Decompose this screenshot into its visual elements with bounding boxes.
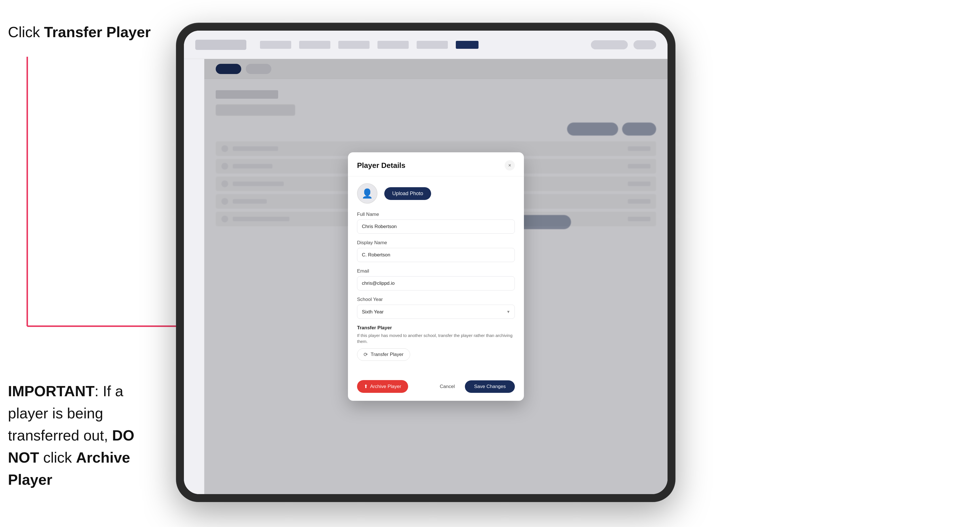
upload-photo-button[interactable]: Upload Photo bbox=[384, 187, 431, 200]
nav-item-dashboard[interactable] bbox=[260, 41, 291, 49]
save-changes-button[interactable]: Save Changes bbox=[465, 380, 515, 393]
email-field-group: Email bbox=[357, 268, 515, 290]
tablet-device: Player Details × 👤 Upload Photo bbox=[176, 23, 676, 502]
school-year-label: School Year bbox=[357, 297, 515, 302]
app-header bbox=[184, 31, 668, 59]
display-name-input[interactable] bbox=[357, 248, 515, 262]
tablet-screen: Player Details × 👤 Upload Photo bbox=[184, 31, 668, 494]
transfer-player-button[interactable]: ⟳ Transfer Player bbox=[357, 348, 410, 361]
email-label: Email bbox=[357, 268, 515, 274]
player-details-modal: Player Details × 👤 Upload Photo bbox=[348, 152, 524, 401]
modal-title: Player Details bbox=[357, 161, 406, 170]
instruction-prefix: Click bbox=[8, 24, 44, 40]
nav-item-seasons[interactable] bbox=[377, 41, 409, 49]
app-logo bbox=[195, 40, 247, 50]
instruction-bottom: IMPORTANT: If a player is being transfer… bbox=[8, 380, 167, 491]
school-year-select[interactable]: First Year Second Year Third Year Fourth… bbox=[357, 305, 515, 319]
school-year-select-wrapper: First Year Second Year Third Year Fourth… bbox=[357, 305, 515, 319]
archive-player-button[interactable]: ⬆ Archive Player bbox=[357, 380, 408, 393]
transfer-button-label: Transfer Player bbox=[371, 352, 404, 357]
nav-item-coaches[interactable] bbox=[299, 41, 330, 49]
nav-item-teams[interactable] bbox=[338, 41, 369, 49]
full-name-field-group: Full Name bbox=[357, 211, 515, 234]
avatar-placeholder: 👤 bbox=[357, 183, 377, 204]
transfer-icon: ⟳ bbox=[364, 351, 368, 358]
important-label: IMPORTANT bbox=[8, 383, 94, 399]
instruction-bold: Transfer Player bbox=[44, 24, 151, 40]
cancel-button[interactable]: Cancel bbox=[434, 380, 461, 393]
avatar-row: 👤 Upload Photo bbox=[357, 183, 515, 204]
modal-body: 👤 Upload Photo Full Name bbox=[348, 176, 524, 375]
instruction-top: Click Transfer Player bbox=[8, 23, 151, 42]
header-btn-2[interactable] bbox=[633, 40, 656, 49]
email-input[interactable] bbox=[357, 276, 515, 290]
avatar-icon: 👤 bbox=[361, 188, 373, 199]
school-year-field-group: School Year First Year Second Year Third… bbox=[357, 297, 515, 319]
transfer-player-section: Transfer Player If this player has moved… bbox=[357, 325, 515, 361]
main-content: Player Details × 👤 Upload Photo bbox=[204, 59, 668, 494]
modal-header: Player Details × bbox=[348, 152, 524, 176]
nav-item-analytics[interactable] bbox=[417, 41, 448, 49]
transfer-section-description: If this player has moved to another scho… bbox=[357, 332, 515, 344]
modal-close-button[interactable]: × bbox=[504, 160, 515, 170]
header-right bbox=[591, 40, 656, 49]
sidebar bbox=[184, 59, 204, 494]
display-name-field-group: Display Name bbox=[357, 240, 515, 262]
header-btn-1[interactable] bbox=[591, 40, 628, 49]
archive-icon: ⬆ bbox=[364, 384, 368, 389]
transfer-section-title: Transfer Player bbox=[357, 325, 515, 331]
full-name-input[interactable] bbox=[357, 219, 515, 234]
app-nav bbox=[260, 41, 479, 49]
full-name-label: Full Name bbox=[357, 211, 515, 217]
app-content: Player Details × 👤 Upload Photo bbox=[184, 59, 668, 494]
modal-footer: ⬆ Archive Player Cancel Save Changes bbox=[348, 375, 524, 401]
modal-overlay: Player Details × 👤 Upload Photo bbox=[204, 59, 668, 494]
nav-item-more[interactable] bbox=[456, 41, 479, 49]
display-name-label: Display Name bbox=[357, 240, 515, 246]
archive-button-label: Archive Player bbox=[370, 384, 401, 389]
